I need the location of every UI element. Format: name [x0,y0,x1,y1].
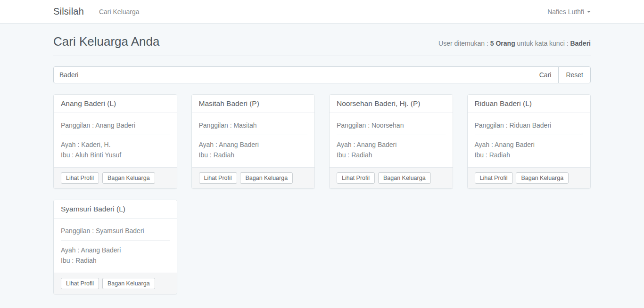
chevron-down-icon [587,11,591,13]
person-card: Syamsuri Baderi (L) Panggilan : Syamsuri… [53,200,177,294]
person-card-footer: Lihat Profil Bagan Keluarga [192,167,315,188]
person-card: Masitah Baderi (P) Panggilan : Masitah A… [191,94,315,189]
divider [199,135,308,135]
person-card-body: Panggilan : Anang Baderi Ayah : Kaderi, … [54,113,177,167]
result-count: 5 Orang [490,40,515,47]
search-input[interactable] [53,66,532,83]
divider [475,135,584,135]
user-menu-dropdown[interactable]: Nafies Luthfi [547,8,591,16]
result-prefix: User ditemukan : [438,40,490,47]
person-father: Ayah : Kaderi, H. [61,139,170,150]
person-mother: Ibu : Radiah [475,150,584,160]
person-card-title: Syamsuri Baderi (L) [54,200,177,219]
lihat-profil-button[interactable]: Lihat Profil [199,172,237,184]
person-card: Riduan Baderi (L) Panggilan : Riduan Bad… [467,94,591,189]
cari-button[interactable]: Cari [532,66,559,83]
person-mother: Ibu : Radiah [337,150,446,160]
person-father: Ayah : Anang Baderi [475,139,584,150]
person-mother: Ibu : Aluh Binti Yusuf [61,150,170,160]
person-nickname: Panggilan : Riduan Baderi [475,120,584,130]
lihat-profil-button[interactable]: Lihat Profil [475,172,513,184]
person-card-body: Panggilan : Masitah Ayah : Anang Baderi … [192,113,315,167]
result-keyword: Baderi [570,40,591,47]
person-card-footer: Lihat Profil Bagan Keluarga [468,167,591,188]
user-menu-label: Nafies Luthfi [547,8,584,16]
search-bar: Cari Reset [53,66,591,83]
person-nickname: Panggilan : Anang Baderi [61,120,170,130]
person-mother: Ibu : Radiah [199,150,308,160]
reset-button[interactable]: Reset [558,66,591,83]
results-grid: Anang Baderi (L) Panggilan : Anang Bader… [53,94,591,294]
lihat-profil-button[interactable]: Lihat Profil [337,172,375,184]
person-nickname: Panggilan : Syamsuri Baderi [61,226,170,236]
person-father: Ayah : Anang Baderi [61,245,170,255]
person-card-footer: Lihat Profil Bagan Keluarga [54,167,177,188]
result-middle: untuk kata kunci : [515,40,570,47]
page-header: Cari Keluarga Anda User ditemukan : 5 Or… [53,34,591,56]
lihat-profil-button[interactable]: Lihat Profil [61,172,99,184]
person-father: Ayah : Anang Baderi [337,139,446,150]
bagan-keluarga-button[interactable]: Bagan Keluarga [240,172,293,184]
person-card-title: Riduan Baderi (L) [468,95,591,113]
brand-link[interactable]: Silsilah [53,6,84,17]
person-card-body: Panggilan : Noorsehan Ayah : Anang Bader… [330,113,453,167]
person-card-footer: Lihat Profil Bagan Keluarga [54,273,177,294]
lihat-profil-button[interactable]: Lihat Profil [61,278,99,289]
person-mother: Ibu : Radiah [61,255,170,266]
page-title: Cari Keluarga Anda [53,34,159,49]
bagan-keluarga-button[interactable]: Bagan Keluarga [102,172,155,184]
person-card-body: Panggilan : Syamsuri Baderi Ayah : Anang… [54,219,177,273]
person-card-body: Panggilan : Riduan Baderi Ayah : Anang B… [468,113,591,167]
person-card-title: Masitah Baderi (P) [192,95,315,113]
divider [61,135,170,135]
result-summary: User ditemukan : 5 Orang untuk kata kunc… [438,40,591,49]
divider [337,135,446,135]
person-card-title: Noorsehan Baderi, Hj. (P) [330,95,453,113]
divider [61,240,170,241]
top-navbar: Silsilah Cari Keluarga Nafies Luthfi [0,0,644,24]
person-father: Ayah : Anang Baderi [199,139,308,150]
bagan-keluarga-button[interactable]: Bagan Keluarga [378,172,431,184]
person-card-title: Anang Baderi (L) [54,95,177,113]
person-card: Noorsehan Baderi, Hj. (P) Panggilan : No… [329,94,453,189]
person-card: Anang Baderi (L) Panggilan : Anang Bader… [53,94,177,189]
nav-item-cari-keluarga[interactable]: Cari Keluarga [99,8,140,16]
person-card-footer: Lihat Profil Bagan Keluarga [330,167,453,188]
bagan-keluarga-button[interactable]: Bagan Keluarga [516,172,569,184]
person-nickname: Panggilan : Noorsehan [337,120,446,130]
bagan-keluarga-button[interactable]: Bagan Keluarga [102,278,155,289]
person-nickname: Panggilan : Masitah [199,120,308,130]
